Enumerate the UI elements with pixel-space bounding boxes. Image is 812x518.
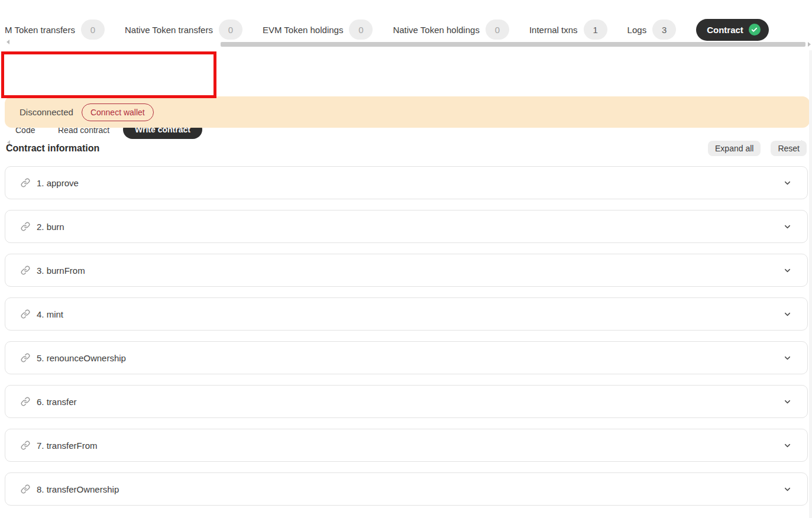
method-row-transferfrom[interactable]: 7. transferFrom — [5, 429, 808, 462]
method-row-mint[interactable]: 4. mint — [5, 297, 808, 331]
method-label: 5. renounceOwnership — [37, 353, 126, 363]
entity-tabs: M Token transfers 0 Native Token transfe… — [5, 18, 807, 41]
tab-internal-txns[interactable]: Internal txns 1 — [529, 20, 607, 40]
method-label: 1. approve — [37, 178, 79, 188]
link-icon[interactable] — [21, 397, 30, 406]
method-row-renounceownership[interactable]: 5. renounceOwnership — [5, 341, 808, 374]
tab-count-badge: 1 — [584, 20, 607, 40]
contract-subtabs: Code Read contract Write contract — [0, 57, 812, 91]
section-title: Contract information — [6, 143, 99, 154]
method-label: 2. burn — [37, 222, 64, 232]
method-row-transferownership[interactable]: 8. transferOwnership — [5, 472, 808, 506]
tab-count-badge: 0 — [349, 20, 373, 40]
contract-information-header: Contract information Expand all Reset — [6, 141, 807, 156]
tab-label: Native Token holdings — [393, 25, 479, 35]
tab-native-token-transfers[interactable]: Native Token transfers 0 — [125, 20, 242, 40]
contract-page: M Token transfers 0 Native Token transfe… — [0, 0, 812, 518]
verified-check-icon — [749, 24, 761, 35]
chevron-down-icon[interactable] — [783, 310, 792, 319]
tab-count-badge: 0 — [219, 20, 242, 40]
chevron-down-icon[interactable] — [783, 397, 792, 406]
tabs-scroll-left-icon[interactable] — [7, 40, 9, 44]
tab-label: Contract — [707, 25, 743, 35]
tabs-scrollbar[interactable] — [221, 42, 805, 47]
link-icon[interactable] — [21, 309, 30, 319]
reset-button[interactable]: Reset — [771, 141, 807, 156]
expand-all-button[interactable]: Expand all — [708, 141, 761, 156]
tab-logs[interactable]: Logs 3 — [627, 20, 677, 40]
link-icon[interactable] — [21, 441, 30, 450]
method-label: 4. mint — [37, 309, 63, 319]
method-label: 3. burnFrom — [37, 266, 85, 276]
tab-count-badge: 0 — [486, 20, 509, 40]
link-icon[interactable] — [21, 484, 30, 494]
link-icon[interactable] — [21, 353, 30, 362]
method-label: 6. transfer — [37, 397, 77, 407]
method-row-transfer[interactable]: 6. transfer — [5, 385, 808, 418]
chevron-down-icon[interactable] — [783, 222, 792, 231]
wallet-status-text: Disconnected — [20, 107, 73, 117]
chevron-down-icon[interactable] — [783, 354, 792, 362]
tab-count-badge: 0 — [81, 20, 105, 40]
tab-label: EVM Token holdings — [263, 25, 343, 35]
link-icon[interactable] — [21, 266, 30, 275]
chevron-down-icon[interactable] — [783, 179, 792, 187]
link-icon[interactable] — [21, 222, 30, 231]
tab-label: M Token transfers — [5, 25, 75, 35]
write-methods-list: 1. approve 2. burn 3. burnFrom 4. mint 5… — [5, 166, 808, 506]
tabs-scroll-right-icon[interactable] — [808, 42, 811, 47]
method-row-burnfrom[interactable]: 3. burnFrom — [5, 254, 808, 287]
tab-label: Internal txns — [529, 25, 578, 35]
method-row-approve[interactable]: 1. approve — [5, 166, 808, 199]
connect-wallet-button[interactable]: Connect wallet — [82, 103, 154, 121]
tab-count-badge: 3 — [652, 20, 676, 40]
chevron-down-icon[interactable] — [783, 485, 792, 494]
chevron-down-icon[interactable] — [783, 441, 792, 450]
tab-label: Logs — [627, 25, 647, 35]
link-icon[interactable] — [21, 178, 30, 187]
tab-token-transfers[interactable]: M Token transfers 0 — [5, 20, 105, 40]
method-label: 8. transferOwnership — [37, 484, 119, 494]
section-actions: Expand all Reset — [708, 141, 807, 156]
tab-native-token-holdings[interactable]: Native Token holdings 0 — [393, 20, 509, 40]
chevron-down-icon[interactable] — [783, 266, 792, 275]
method-row-burn[interactable]: 2. burn — [5, 210, 808, 243]
page-scrollbar-gutter[interactable] — [809, 50, 812, 518]
tab-evm-token-holdings[interactable]: EVM Token holdings 0 — [263, 20, 373, 40]
wallet-banner: Disconnected Connect wallet — [5, 96, 810, 128]
tab-label: Native Token transfers — [125, 25, 213, 35]
tab-contract[interactable]: Contract — [696, 19, 769, 41]
method-label: 7. transferFrom — [37, 441, 98, 451]
